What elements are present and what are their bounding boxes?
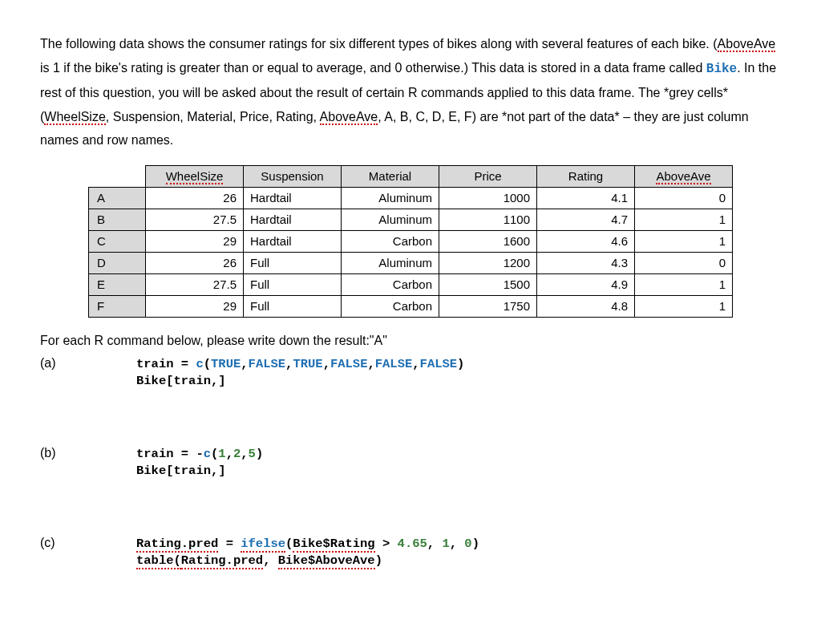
question-b: (b) train = -c(1,2,5) Bike[train,] xyxy=(40,446,781,480)
squiggle-wheelsize: WheelSize xyxy=(44,110,105,125)
cell: 1750 xyxy=(439,295,537,317)
cell: 1500 xyxy=(439,273,537,295)
col-header-suspension: Suspension xyxy=(244,165,342,187)
cell: 27.5 xyxy=(146,209,244,230)
row-header: C xyxy=(89,230,146,252)
code-bike: Bike xyxy=(706,62,737,76)
cell: 26 xyxy=(146,252,244,273)
cell: 1 xyxy=(635,273,733,295)
prompt-text: For each R command below, please write d… xyxy=(40,334,781,348)
cell: 29 xyxy=(146,230,244,252)
intro-text: is 1 if the bike's rating is greater tha… xyxy=(40,61,706,75)
cell: 0 xyxy=(635,252,733,273)
question-label-c: (c) xyxy=(40,536,136,550)
cell: 1 xyxy=(635,230,733,252)
question-label-b: (b) xyxy=(40,446,136,460)
squiggle-aboveave-1: AboveAve xyxy=(718,37,776,52)
col-header-price: Price xyxy=(439,165,537,187)
cell: 4.8 xyxy=(537,295,635,317)
cell: Hardtail xyxy=(244,187,342,209)
cell: 1600 xyxy=(439,230,537,252)
col-header-rating: Rating xyxy=(537,165,635,187)
cell: Aluminum xyxy=(342,187,439,209)
table-row: F 29 Full Carbon 1750 4.8 1 xyxy=(89,295,733,317)
col-header-wheelsize: WheelSize xyxy=(146,165,244,187)
cell: 1000 xyxy=(439,187,537,209)
cell: Aluminum xyxy=(342,209,439,230)
code-c: Rating.pred = ifelse(Bike$Rating > 4.65,… xyxy=(136,536,479,569)
cell: Full xyxy=(244,295,342,317)
question-c: (c) Rating.pred = ifelse(Bike$Rating > 4… xyxy=(40,536,781,569)
cell: 1 xyxy=(635,295,733,317)
question-label-a: (a) xyxy=(40,356,136,371)
cell: 1 xyxy=(635,209,733,230)
cell: Carbon xyxy=(342,295,439,317)
row-header: E xyxy=(89,273,146,295)
intro-text: The following data shows the consumer ra… xyxy=(40,37,718,51)
code-b: train = -c(1,2,5) Bike[train,] xyxy=(136,446,263,480)
table-row: B 27.5 Hardtail Aluminum 1100 4.7 1 xyxy=(89,209,733,230)
cell: 4.9 xyxy=(537,273,635,295)
row-header: B xyxy=(89,209,146,230)
cell: Carbon xyxy=(342,230,439,252)
row-header: A xyxy=(89,187,146,209)
cell: 29 xyxy=(146,295,244,317)
bike-data-table: WheelSize Suspension Material Price Rati… xyxy=(88,165,733,318)
cell: 4.6 xyxy=(537,230,635,252)
cell: Carbon xyxy=(342,273,439,295)
intro-paragraph: The following data shows the consumer ra… xyxy=(40,32,781,152)
cell: Hardtail xyxy=(244,230,342,252)
cell: 4.7 xyxy=(537,209,635,230)
question-a: (a) train = c(TRUE,FALSE,TRUE,FALSE,FALS… xyxy=(40,356,781,390)
cell: 4.1 xyxy=(537,187,635,209)
table-corner xyxy=(89,165,146,187)
cell: 1100 xyxy=(439,209,537,230)
cell: 4.3 xyxy=(537,252,635,273)
table-row: A 26 Hardtail Aluminum 1000 4.1 0 xyxy=(89,187,733,209)
cell: Aluminum xyxy=(342,252,439,273)
row-header: F xyxy=(89,295,146,317)
row-header: D xyxy=(89,252,146,273)
cell: Full xyxy=(244,273,342,295)
intro-text: , Suspension, Material, Price, Rating, xyxy=(106,110,320,124)
cell: 0 xyxy=(635,187,733,209)
cell: 1200 xyxy=(439,252,537,273)
squiggle-aboveave-2: AboveAve xyxy=(320,110,378,125)
code-a: train = c(TRUE,FALSE,TRUE,FALSE,FALSE,FA… xyxy=(136,356,464,390)
table-row: D 26 Full Aluminum 1200 4.3 0 xyxy=(89,252,733,273)
table-row: E 27.5 Full Carbon 1500 4.9 1 xyxy=(89,273,733,295)
table-row: C 29 Hardtail Carbon 1600 4.6 1 xyxy=(89,230,733,252)
cell: Hardtail xyxy=(244,209,342,230)
cell: Full xyxy=(244,252,342,273)
cell: 26 xyxy=(146,187,244,209)
cell: 27.5 xyxy=(146,273,244,295)
col-header-aboveave: AboveAve xyxy=(635,165,733,187)
col-header-material: Material xyxy=(342,165,439,187)
